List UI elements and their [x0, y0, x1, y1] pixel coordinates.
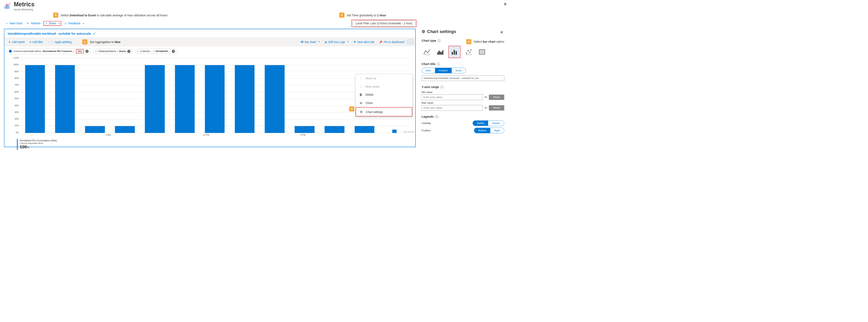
chart-type-bar[interactable]: [449, 47, 460, 57]
logs-icon: ▤: [324, 40, 327, 43]
bar[interactable]: [25, 65, 45, 133]
info-icon[interactable]: i: [441, 86, 444, 89]
refresh-icon: ↻: [27, 22, 30, 25]
chevron-down-icon: ▼: [318, 41, 320, 43]
info-icon[interactable]: i: [438, 39, 441, 42]
menu-delete[interactable]: 🗑Delete: [355, 91, 412, 99]
share-button[interactable]: ↗Share▼: [43, 21, 61, 26]
legend-position-segment[interactable]: Bottom Right: [474, 128, 504, 133]
bar[interactable]: [115, 126, 135, 133]
collection-filter-pill[interactable]: ▿ Collectio… = VariableW… ✕: [135, 49, 178, 54]
bar[interactable]: [205, 65, 224, 133]
chart-title-input[interactable]: [422, 75, 504, 81]
chart-type-line[interactable]: [422, 47, 432, 57]
svg-rect-0: [5, 6, 6, 9]
svg-rect-3: [301, 41, 302, 43]
bar-chart-icon: [301, 40, 304, 44]
command-bar: ＋New chart ↻Refresh ↗Share▼ ☺Feedback▼ L…: [0, 18, 512, 29]
feedback-button[interactable]: ☺Feedback▼: [62, 21, 86, 26]
bar[interactable]: [265, 65, 284, 133]
yaxis-max-reset[interactable]: Reset: [489, 105, 504, 111]
info-icon[interactable]: i: [437, 63, 440, 66]
seg-visible[interactable]: Visible: [473, 121, 488, 126]
seg-bottom[interactable]: Bottom: [474, 128, 490, 133]
chart-toolbar: ✦Add metric ▾Add filter ⋮⋮Apply splittin…: [4, 37, 415, 46]
seg-custom[interactable]: Custom: [435, 68, 452, 73]
metric-pill[interactable]: cosmos-autoscale-demo, Normalized RU Con…: [7, 48, 91, 54]
apply-splitting-button[interactable]: ⋮⋮Apply splitting: [46, 39, 73, 44]
bar[interactable]: [354, 126, 374, 133]
bar[interactable]: [235, 65, 254, 133]
legend-visibility-segment[interactable]: Visible Hidden: [472, 120, 504, 126]
bar[interactable]: [324, 126, 344, 133]
bar[interactable]: [392, 130, 397, 133]
seg-auto[interactable]: Auto: [422, 68, 435, 73]
chart-type-grid[interactable]: [477, 47, 487, 57]
info-icon[interactable]: i: [435, 115, 438, 118]
yaxis-min-reset[interactable]: Reset: [489, 95, 504, 100]
menu-clone[interactable]: ⧉Clone: [355, 99, 412, 107]
new-alert-button[interactable]: ⚑New alert rule: [352, 39, 376, 44]
add-metric-button[interactable]: ✦Add metric: [7, 39, 27, 44]
bar[interactable]: [85, 126, 105, 133]
page-header: Metrics Azure Monitoring ✕: [0, 0, 512, 14]
chart-type-scatter[interactable]: [463, 47, 474, 57]
arrow-down-icon: ↓: [359, 85, 363, 88]
svg-rect-2: [8, 5, 9, 9]
chart-type-area[interactable]: [435, 47, 446, 57]
bar[interactable]: [55, 65, 75, 133]
timezone-label: UTC-07:00: [403, 131, 414, 133]
svg-rect-1: [6, 5, 7, 9]
x-tick: 3 PM: [300, 134, 305, 136]
menu-move-down[interactable]: ↓Move down: [355, 82, 412, 91]
remove-icon[interactable]: ✕: [172, 50, 175, 53]
pin-dashboard-button[interactable]: 📌Pin to dashboard: [378, 39, 406, 44]
sparkle-icon: ✦: [8, 40, 11, 43]
aggregation-badge: Max: [76, 49, 84, 53]
refresh-button[interactable]: ↻Refresh: [25, 21, 42, 26]
x-tick: 9 AM: [106, 134, 111, 136]
edit-icon[interactable]: [92, 32, 95, 35]
menu-chart-settings[interactable]: ⚙Chart settings: [355, 107, 412, 117]
svg-point-14: [470, 49, 471, 50]
add-filter-button[interactable]: ▾Add filter: [28, 39, 45, 44]
bar[interactable]: [175, 65, 194, 133]
alert-icon: ⚑: [353, 40, 356, 43]
chart-type-dropdown[interactable]: Bar chart▼: [299, 39, 321, 44]
share-icon: ↗: [44, 22, 48, 25]
close-icon[interactable]: ✕: [500, 30, 503, 35]
yaxis-min-input[interactable]: [422, 94, 483, 100]
time-range-picker[interactable]: Local Time: Last 12 hours (Automatic - 1…: [352, 20, 416, 26]
gear-icon: ⚙: [422, 29, 425, 34]
copy-icon: ⧉: [359, 101, 363, 105]
callout-3: 3: [349, 106, 354, 111]
plus-icon: ＋: [6, 22, 9, 25]
seg-hidden[interactable]: Hidden: [488, 121, 504, 126]
chart-legend[interactable]: Normalized RU Consumption (Max) cosmos-a…: [17, 139, 409, 150]
new-chart-button[interactable]: ＋New chart: [4, 21, 24, 26]
chart-context-menu: ↑Move up ↓Move down 🗑Delete ⧉Clone ⚙Char…: [355, 74, 413, 117]
cosmos-icon: [9, 50, 12, 53]
drill-logs-button[interactable]: ▤Drill into Logs▼: [323, 39, 350, 44]
yaxis-max-input[interactable]: [422, 105, 483, 111]
seg-right[interactable]: Right: [490, 128, 504, 133]
menu-move-up[interactable]: ↑Move up: [355, 74, 412, 82]
chart-settings-panel: ✕ ⚙Chart settings Chart typei 4 Select b…: [416, 29, 508, 138]
svg-rect-4: [302, 41, 303, 43]
close-icon[interactable]: ✕: [503, 2, 507, 7]
trash-icon: 🗑: [359, 93, 363, 97]
remove-icon[interactable]: ✕: [127, 50, 130, 53]
title-mode-segment[interactable]: Auto Custom None: [422, 68, 466, 73]
chart-card: Variable/unpredictable workload - suitab…: [4, 29, 416, 147]
chart-title-text: Variable/unpredictable workload - suitab…: [7, 32, 91, 36]
bar[interactable]: [294, 126, 314, 133]
bar[interactable]: [145, 65, 165, 133]
database-filter-pill[interactable]: ▿ DatabaseName = demo ✕: [93, 49, 133, 54]
filter-icon: ▿: [137, 50, 138, 53]
seg-none[interactable]: None: [452, 68, 466, 73]
remove-icon[interactable]: ✕: [85, 50, 88, 53]
more-menu-button[interactable]: ⋯: [408, 40, 413, 44]
smiley-icon: ☺: [64, 22, 67, 25]
svg-point-11: [466, 53, 467, 54]
svg-point-13: [469, 52, 470, 53]
